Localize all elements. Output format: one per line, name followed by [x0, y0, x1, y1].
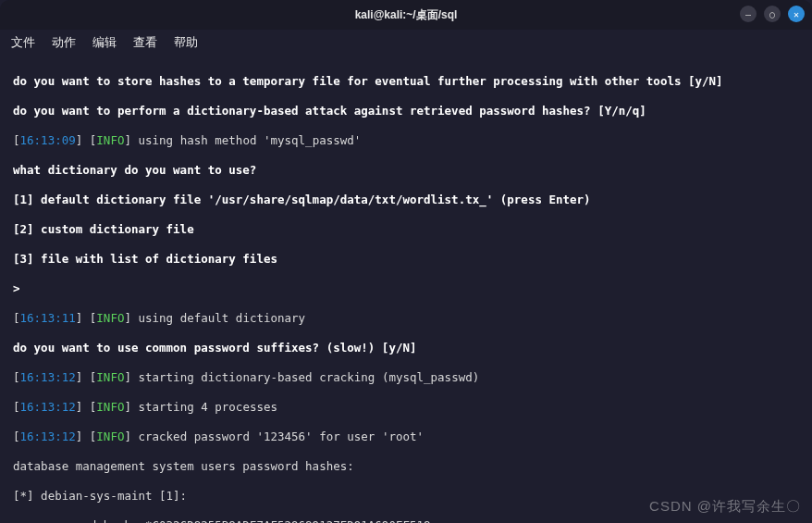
- log-msg: cracked password '123456' for user 'root…: [131, 430, 424, 443]
- output-line: [2] custom dictionary file: [13, 222, 799, 237]
- window-controls: — ◯ ✕: [740, 6, 805, 22]
- timestamp: 16:13:12: [20, 370, 76, 384]
- maximize-button[interactable]: ◯: [764, 6, 781, 22]
- output-line: [16:13:09] [INFO] using hash method 'mys…: [13, 133, 799, 148]
- output-line: database management system users passwor…: [13, 459, 799, 474]
- output-line: [16:13:11] [INFO] using default dictiona…: [13, 311, 799, 326]
- output-line: [16:13:12] [INFO] starting dictionary-ba…: [13, 370, 799, 385]
- minimize-button[interactable]: —: [740, 6, 757, 22]
- output-line: what dictionary do you want to use?: [13, 163, 799, 178]
- log-msg: using hash method 'mysql_passwd': [131, 133, 361, 147]
- timestamp: 16:13:11: [20, 311, 76, 325]
- timestamp: 16:13:12: [20, 400, 76, 414]
- timestamp: 16:13:09: [20, 133, 76, 147]
- loglevel: INFO: [96, 311, 124, 325]
- output-line: [1] default dictionary file '/usr/share/…: [13, 193, 799, 207]
- output-line: do you want to use common password suffi…: [13, 341, 799, 355]
- window-title: kali@kali:~/桌面/sql: [355, 7, 458, 23]
- close-button[interactable]: ✕: [788, 6, 805, 22]
- titlebar: kali@kali:~/桌面/sql — ◯ ✕: [0, 0, 812, 30]
- log-msg: using default dictionary: [131, 311, 305, 325]
- loglevel: INFO: [96, 370, 124, 384]
- output-line: do you want to perform a dictionary-base…: [13, 104, 799, 118]
- loglevel: INFO: [96, 133, 124, 147]
- menu-help[interactable]: 帮助: [174, 34, 198, 51]
- menubar: 文件 动作 编辑 查看 帮助: [0, 30, 812, 56]
- output-line: [3] file with list of dictionary files: [13, 252, 799, 267]
- output-line: >: [13, 281, 799, 296]
- loglevel: INFO: [96, 400, 124, 414]
- menu-action[interactable]: 动作: [52, 34, 76, 51]
- menu-edit[interactable]: 编辑: [92, 34, 117, 51]
- log-msg: starting 4 processes: [131, 400, 277, 414]
- output-line: do you want to store hashes to a tempora…: [13, 74, 799, 89]
- menu-file[interactable]: 文件: [11, 34, 35, 51]
- timestamp: 16:13:12: [20, 430, 76, 443]
- output-line: [16:13:12] [INFO] cracked password '1234…: [13, 430, 799, 444]
- log-msg: starting dictionary-based cracking (mysq…: [131, 370, 479, 384]
- loglevel: INFO: [96, 430, 124, 443]
- output-line: [16:13:12] [INFO] starting 4 processes: [13, 400, 799, 415]
- terminal-output[interactable]: do you want to store hashes to a tempora…: [0, 56, 812, 523]
- watermark: CSDN @许我写余生〇: [649, 498, 801, 516]
- menu-view[interactable]: 查看: [133, 34, 157, 51]
- output-line: password hash: *C032CD8255B8ADF7AF529689…: [13, 518, 799, 523]
